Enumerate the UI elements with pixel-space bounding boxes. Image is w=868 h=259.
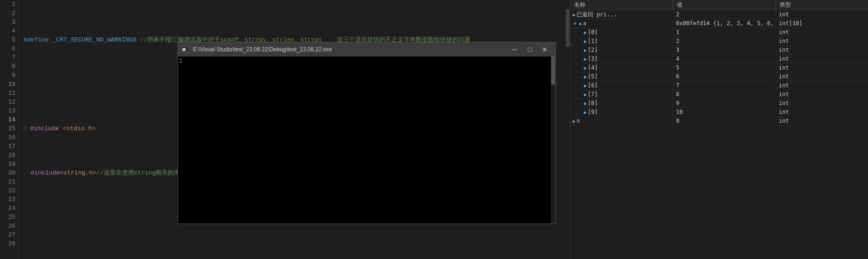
- watch-panel[interactable]: 名称 值 类型 ◆ 已返回 pri... 2 int ▼: [570, 0, 868, 259]
- watch-name-a0: [0]: [588, 29, 598, 35]
- watch-row-a1[interactable]: ◆ [1] 2 int: [570, 37, 868, 46]
- watch-cell-val-a4: 5: [673, 63, 776, 72]
- code-token: #include: [23, 168, 60, 177]
- watch-row-a3[interactable]: ◆ [3] 4 int: [570, 55, 868, 63]
- watch-name-a9: [9]: [588, 109, 598, 115]
- ln-18: 18: [0, 151, 15, 160]
- watch-cell-val-return: 2: [673, 10, 776, 19]
- pin-icon: ◆: [583, 92, 586, 97]
- code-token: #define _CRT_SECURE_NO_WARNINGS: [23, 35, 136, 44]
- watch-row-return[interactable]: ◆ 已返回 pri... 2 int: [570, 10, 868, 19]
- watch-cell-val-a2: 3: [673, 46, 776, 54]
- watch-cell-val-a3: 4: [673, 55, 776, 63]
- pin-icon: ◆: [583, 48, 586, 53]
- ln-20: 20: [0, 168, 15, 177]
- pin-icon: ◆: [572, 119, 575, 124]
- watch-cell-val-a8: 9: [673, 99, 776, 107]
- ln-16: 16: [0, 133, 15, 142]
- watch-cell-val-a: 0x00fefd14 {1, 2, 3, 4, 5, 6, ...: [673, 19, 776, 28]
- maximize-button[interactable]: □: [523, 45, 537, 54]
- watch-name-n: n: [576, 118, 580, 124]
- watch-cell-type-a8: int: [776, 99, 868, 107]
- watch-cell-name-a3: ◆ [3]: [570, 55, 673, 63]
- watch-cell-type-return: int: [776, 10, 868, 19]
- popup-app-icon: ■: [182, 46, 189, 53]
- close-button[interactable]: ✕: [538, 45, 552, 54]
- watch-cell-val-a7: 8: [673, 90, 776, 98]
- ln-3: 3: [0, 18, 15, 27]
- popup-window-controls[interactable]: ─ □ ✕: [508, 45, 552, 54]
- popup-scrollbar[interactable]: [551, 56, 555, 224]
- watch-col-type-header: 类型: [776, 0, 868, 10]
- minimize-button[interactable]: ─: [508, 45, 522, 54]
- popup-title-left: ■ E:\Visual Studio\test_23.08.22\Debug\t…: [182, 46, 332, 53]
- line-numbers: 1 2 3 4 5 6 7 8 9 10 11 12 13 14 15 16 1…: [0, 0, 19, 259]
- watch-cell-name-a8: ◆ [8]: [570, 99, 673, 107]
- ln-8: 8: [0, 62, 15, 71]
- watch-table-header: 名称 值 类型: [570, 0, 868, 10]
- watch-row-a2[interactable]: ◆ [2] 3 int: [570, 46, 868, 55]
- ln-12: 12: [0, 98, 15, 106]
- watch-name-a2: [2]: [588, 47, 598, 53]
- watch-row-a4[interactable]: ◆ [4] 5 int: [570, 63, 868, 72]
- watch-row-a5[interactable]: ◆ [5] 6 int: [570, 72, 868, 81]
- editor-scrollbar[interactable]: [565, 0, 570, 259]
- pin-icon: ◆: [583, 101, 586, 106]
- ln-24: 24: [0, 204, 15, 213]
- pin-icon: ◆: [583, 74, 586, 79]
- watch-cell-val-n: 0: [673, 117, 776, 125]
- watch-val-return: 2: [676, 11, 679, 18]
- watch-name-a: a: [583, 20, 586, 27]
- ln-14: 14: [0, 115, 15, 124]
- watch-cell-type-a7: int: [776, 90, 868, 98]
- watch-name-return: 已返回 pri...: [576, 11, 617, 19]
- ln-19: 19: [0, 160, 15, 168]
- watch-name-a1: [1]: [588, 38, 598, 44]
- watch-row-a8[interactable]: ◆ [8] 9 int: [570, 99, 868, 108]
- watch-cell-type-a6: int: [776, 81, 868, 90]
- editor-scrollbar-thumb[interactable]: [566, 9, 569, 47]
- ln-5: 5: [0, 35, 15, 44]
- watch-row-n[interactable]: ◆ n 0 int: [570, 117, 868, 126]
- ln-1: 1: [0, 0, 15, 9]
- watch-header-type: 类型: [780, 1, 791, 9]
- watch-name-a6: [6]: [588, 82, 598, 89]
- watch-cell-val-a0: 1: [673, 28, 776, 36]
- watch-table: 名称 值 类型 ◆ 已返回 pri... 2 int ▼: [570, 0, 868, 259]
- code-editor[interactable]: 1 2 3 4 5 6 7 8 9 10 11 12 13 14 15 16 1…: [0, 0, 570, 259]
- watch-name-a4: [4]: [588, 64, 598, 71]
- watch-cell-type-a2: int: [776, 46, 868, 54]
- collapse-icon-3[interactable]: □: [23, 124, 29, 133]
- watch-cell-name-a: ▼ ◆ a: [570, 19, 673, 28]
- watch-name-a7: [7]: [588, 91, 598, 98]
- code-token: <string.h>: [60, 168, 96, 177]
- ln-11: 11: [0, 89, 15, 98]
- ln-25: 25: [0, 213, 15, 222]
- watch-row-a7[interactable]: ◆ [7] 8 int: [570, 90, 868, 99]
- watch-row-a[interactable]: ▼ ◆ a 0x00fefd14 {1, 2, 3, 4, 5, 6, ... …: [570, 19, 868, 28]
- collapse-icon-6[interactable]: □: [23, 257, 29, 259]
- watch-cell-type-a: int[10]: [776, 19, 868, 28]
- popup-title-text: E:\Visual Studio\test_23.08.22\Debug\tes…: [193, 46, 332, 53]
- code-line-6: □ int main(): [23, 257, 570, 259]
- ln-9: 9: [0, 71, 15, 80]
- expand-icon-a[interactable]: ▼: [572, 21, 578, 26]
- ln-27: 27: [0, 231, 15, 239]
- pin-icon: ◆: [579, 21, 582, 26]
- watch-type-a: int[10]: [779, 20, 803, 27]
- pin-icon: ◆: [583, 110, 586, 115]
- popup-scrollbar-thumb[interactable]: [551, 56, 555, 84]
- pin-icon: ◆: [583, 83, 586, 88]
- watch-cell-name-a1: ◆ [1]: [570, 37, 673, 45]
- watch-row-a6[interactable]: ◆ [6] 7 int: [570, 81, 868, 90]
- watch-cell-val-a1: 2: [673, 37, 776, 45]
- popup-line-num: 1: [179, 57, 183, 64]
- watch-row-a9[interactable]: ◆ [9] 10 int: [570, 108, 868, 117]
- watch-cell-val-a5: 6: [673, 72, 776, 81]
- ln-28: 28: [0, 239, 15, 248]
- watch-row-a0[interactable]: ◆ [0] 1 int: [570, 28, 868, 37]
- debug-popup-window[interactable]: ■ E:\Visual Studio\test_23.08.22\Debug\t…: [178, 42, 556, 224]
- watch-cell-name-return: ◆ 已返回 pri...: [570, 10, 673, 19]
- code-token: int: [30, 257, 44, 259]
- ln-17: 17: [0, 142, 15, 151]
